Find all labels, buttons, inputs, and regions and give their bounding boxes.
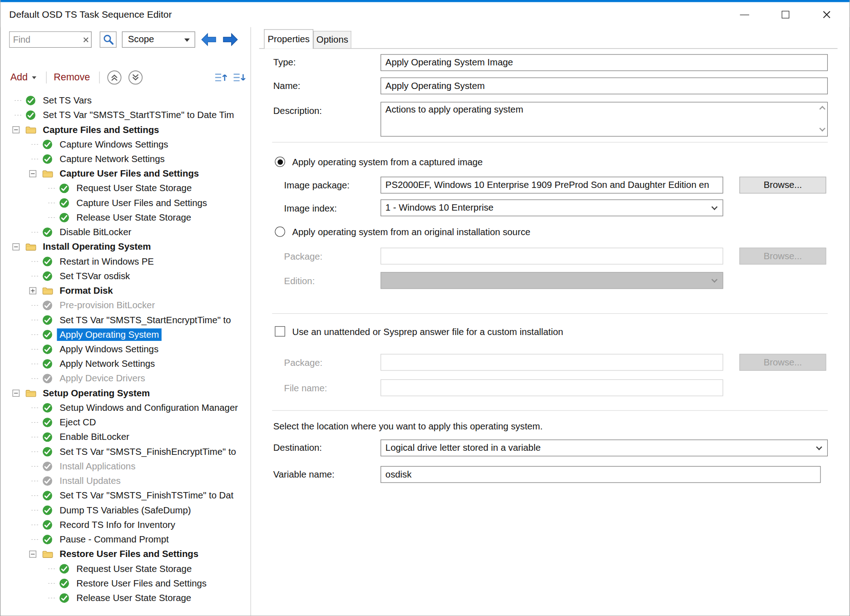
navigate-forward-button[interactable] <box>222 33 238 47</box>
tree-step-row[interactable]: Capture User Files and Settings <box>0 196 250 210</box>
collapse-minus-icon[interactable] <box>12 243 20 251</box>
tree-item-label: Eject CD <box>57 416 99 429</box>
expand-all-groups-button[interactable] <box>232 71 246 84</box>
check-icon <box>59 593 70 604</box>
tree-step-row[interactable]: Pre-provision BitLocker <box>0 298 250 313</box>
destination-dropdown[interactable]: Logical drive letter stored in a variabl… <box>381 439 828 456</box>
browse-image-package-button[interactable]: Browse... <box>739 177 826 193</box>
tree-step-row[interactable]: Apply Windows Settings <box>0 342 250 356</box>
tree-connector <box>43 568 59 569</box>
tree-item-label: Pre-provision BitLocker <box>57 299 158 311</box>
tree-step-row[interactable]: Set TS Var "SMSTS_StartEncryptTime" to <box>0 313 250 327</box>
tree-item-label: Restart in Windows PE <box>57 255 156 267</box>
move-step-down-button[interactable] <box>128 70 143 85</box>
find-input[interactable] <box>10 32 80 47</box>
description-field[interactable]: Actions to apply operating system <box>381 102 828 136</box>
type-field[interactable] <box>381 54 828 71</box>
collapse-minus-icon[interactable] <box>29 170 36 177</box>
tree-step-row[interactable]: Record TS Info for Inventory <box>0 517 250 532</box>
name-field[interactable] <box>381 78 828 94</box>
tree-connector <box>26 261 42 262</box>
collapse-minus-icon[interactable] <box>29 551 36 558</box>
tree-step-row[interactable]: Set TS Var "SMSTS_StartTSTime" to Date T… <box>0 108 250 123</box>
tree-item-label: Setup Operating System <box>40 387 153 399</box>
radio-captured-image[interactable] <box>275 157 285 167</box>
tree-item-label: Capture User Files and Settings <box>74 197 210 209</box>
navigate-back-button[interactable] <box>201 33 217 47</box>
tab-options[interactable]: Options <box>313 31 351 48</box>
package-field <box>381 248 723 265</box>
window-title: Default OSD TS Task Sequence Editor <box>9 9 172 20</box>
minimize-button[interactable] <box>724 2 765 27</box>
tree-connector <box>26 378 42 379</box>
tree-step-row[interactable]: Apply Network Settings <box>0 357 250 371</box>
variable-name-field[interactable] <box>381 466 820 483</box>
tree-connector <box>26 510 42 511</box>
close-button[interactable] <box>806 2 847 27</box>
tree-step-row[interactable]: Release User State Storage <box>0 210 250 225</box>
tree-step-row[interactable]: Release User State Storage <box>0 591 250 605</box>
tree-step-row[interactable]: Install Applications <box>0 459 250 473</box>
file-name-label: File name: <box>284 383 327 394</box>
check-icon <box>42 271 53 281</box>
tree-step-row[interactable]: Request User State Storage <box>0 181 250 196</box>
unattend-checkbox[interactable] <box>275 326 285 337</box>
tree-step-row[interactable]: Restore User Files and Settings <box>0 576 250 591</box>
tree-step-row[interactable]: Set TSVar osdisk <box>0 269 250 283</box>
remove-button[interactable]: Remove <box>54 72 90 83</box>
tree-step-row[interactable]: Restart in Windows PE <box>0 254 250 269</box>
edition-label: Edition: <box>284 276 315 287</box>
tree-step-row[interactable]: Set TS Vars <box>0 93 250 108</box>
check-disabled-icon <box>42 461 53 472</box>
tree-step-row[interactable]: Capture Network Settings <box>0 152 250 166</box>
find-box <box>9 31 91 48</box>
tree-group-row[interactable]: Setup Operating System <box>0 386 250 400</box>
check-icon <box>42 227 53 238</box>
tree-connector <box>43 583 59 584</box>
tree-step-row[interactable]: Capture Windows Settings <box>0 137 250 152</box>
tree-step-row[interactable]: Set TS Var "SMSTS_FinishTSTime" to Dat <box>0 488 250 503</box>
image-index-value: 1 - Windows 10 Enterprise <box>385 202 494 213</box>
tree-step-row[interactable]: Disable BitLocker <box>0 225 250 239</box>
check-icon <box>42 256 53 267</box>
tree-step-row[interactable]: Apply Operating System <box>0 327 250 342</box>
expand-plus-icon[interactable] <box>29 287 36 295</box>
tab-strip-line <box>259 48 838 49</box>
tree-item-label: Dump TS Variables (SafeDump) <box>57 504 193 516</box>
tree-step-row[interactable]: Setup Windows and Configuration Manager <box>0 400 250 415</box>
folder-icon <box>25 124 36 135</box>
tree-step-row[interactable]: Request User State Storage <box>0 562 250 576</box>
move-step-up-button[interactable] <box>107 70 122 85</box>
tree-item-label: Release User State Storage <box>74 592 194 604</box>
tree-connector <box>9 115 25 116</box>
radio-original-source[interactable] <box>275 227 285 237</box>
tree-connector <box>26 407 42 408</box>
image-index-dropdown[interactable]: 1 - Windows 10 Enterprise <box>381 199 723 216</box>
search-button[interactable] <box>100 31 117 48</box>
collapse-minus-icon[interactable] <box>12 389 20 397</box>
tree-step-row[interactable]: Pause - Command Prompt <box>0 532 250 547</box>
tree-group-row[interactable]: Capture User Files and Settings <box>0 167 250 181</box>
expander-slot <box>26 170 42 177</box>
tree-step-row[interactable]: Set TS Var "SMSTS_FinishEncryptTime" to <box>0 444 250 459</box>
collapse-all-groups-button[interactable] <box>213 71 227 84</box>
clear-find-button[interactable] <box>80 32 91 47</box>
tree-step-row[interactable]: Install Updates <box>0 473 250 488</box>
maximize-button[interactable] <box>765 2 806 27</box>
tab-properties[interactable]: Properties <box>264 29 313 49</box>
tree-group-row[interactable]: Restore User Files and Settings <box>0 547 250 562</box>
collapse-minus-icon[interactable] <box>12 126 20 133</box>
scope-dropdown[interactable]: Scope <box>122 31 195 48</box>
tree-step-row[interactable]: Dump TS Variables (SafeDump) <box>0 503 250 517</box>
tree-group-row[interactable]: Install Operating System <box>0 240 250 254</box>
tree-step-row[interactable]: Apply Device Drivers <box>0 371 250 386</box>
tree-step-row[interactable]: Eject CD <box>0 415 250 430</box>
tree-step-row[interactable]: Enable BitLocker <box>0 430 250 444</box>
image-package-field[interactable] <box>381 177 723 193</box>
section-separator <box>272 313 828 314</box>
tree-item-label: Apply Operating System <box>57 328 162 340</box>
check-disabled-icon <box>42 300 53 311</box>
add-button[interactable]: Add <box>10 72 28 83</box>
tree-group-row[interactable]: Format Disk <box>0 283 250 298</box>
tree-group-row[interactable]: Capture Files and Settings <box>0 123 250 137</box>
